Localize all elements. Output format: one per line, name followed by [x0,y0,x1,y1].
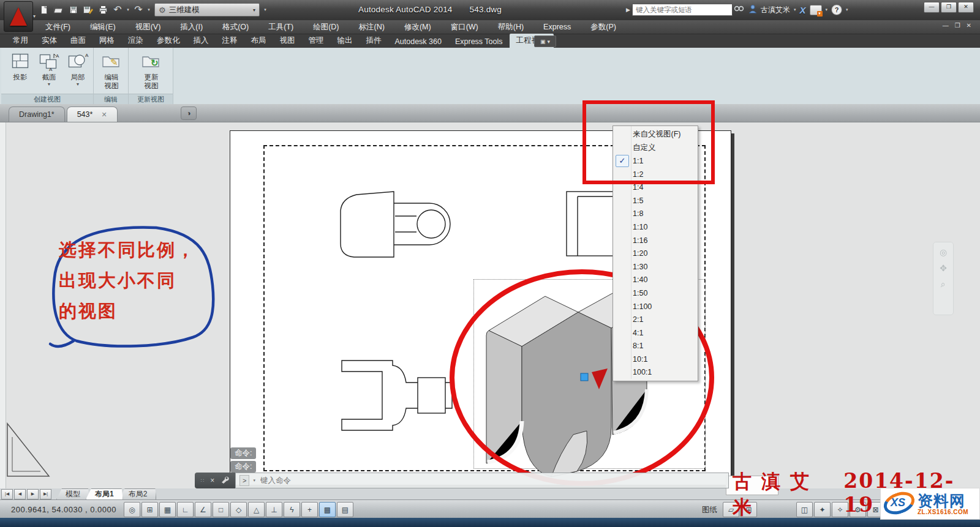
close-icon[interactable]: × [210,476,214,485]
help-icon[interactable]: ? [831,4,842,15]
transparency-icon[interactable]: ▩ [319,502,336,517]
ribbon-tab[interactable]: 渲染 [121,34,150,48]
new-file-icon[interactable] [37,3,51,17]
object-snap-icon[interactable]: □ [213,502,229,517]
layout-next-button[interactable]: ▶ [27,489,39,499]
qat-customize-icon[interactable]: ▾ [262,7,268,12]
recent-commands-icon[interactable]: ▾ [253,478,255,483]
ribbon-tab[interactable]: Autodesk 360 [388,36,448,48]
exchange-x-icon[interactable]: X [800,5,806,15]
menu-item[interactable]: 帮助(H) [488,20,533,34]
menu-item[interactable]: 标注(N) [349,20,394,34]
drawing-canvas[interactable]: 选择不同比例， 出现大小不同 的视图 ◎ ✥ ⌕ 命令: 命令: ✓ 来自父视 [0,122,980,488]
search-expand-icon[interactable]: ▶ [626,7,630,13]
layout-first-button[interactable]: |◀ [1,489,13,499]
grid-display-icon[interactable]: ▦ [159,502,176,517]
signed-in-user[interactable]: 古滇艾米 [761,5,790,15]
dynamic-input-icon[interactable]: ϟ [284,502,300,517]
command-input[interactable] [259,476,725,485]
save-icon[interactable] [66,3,81,17]
projection-view-button[interactable]: 投影 [6,50,34,94]
a360-menu-icon[interactable]: ▾ [826,7,828,12]
scale-menu-item[interactable]: ✓ 1:100 [613,300,698,313]
undo-dropdown-icon[interactable]: ▾ [125,7,131,12]
horizontal-scrollbar[interactable] [726,476,778,495]
layout-prev-button[interactable]: ◀ [14,489,26,499]
scale-menu-item[interactable]: ✓ 1:1 [613,154,698,168]
ribbon-tab[interactable]: 插入 [187,34,216,48]
doc-minimize-icon[interactable]: — [943,22,949,29]
command-bar[interactable]: ∷ × > ▾ [195,473,729,488]
redo-icon[interactable]: ↷ [131,3,146,17]
doc-restore-icon[interactable]: ❐ [955,22,960,29]
ribbon-tab[interactable]: Express Tools [448,36,510,48]
section-view-button[interactable]: AA 截面 ▼ [35,50,63,94]
scale-menu-item[interactable]: ✓ 1:4 [613,181,698,194]
3d-object-snap-icon[interactable]: ◇ [230,502,247,517]
menu-item[interactable]: Express [533,20,581,34]
drag-grip-icon[interactable]: ∷ [201,477,205,484]
application-menu-button[interactable] [4,1,33,32]
update-view-button[interactable]: ↻ 更新 视图 [137,50,165,94]
ribbon-tab[interactable]: 视图 [273,34,302,48]
scale-menu-item[interactable]: ✓ 1:8 [613,207,698,221]
navigation-wheel-icon[interactable]: ◎ [940,247,947,257]
scale-menu-item[interactable]: ✓ 来自父视图(F) [613,128,698,141]
ribbon-options-button[interactable]: ▣▾ [534,36,556,47]
workspace-switcher[interactable]: ⚙ 三维建模 ▾ [154,3,260,17]
undo-icon[interactable]: ↶ [110,3,125,17]
scale-menu-item[interactable]: ✓ 1:2 [613,168,698,181]
menu-item[interactable]: 文件(F) [36,20,80,34]
autodesk360-icon[interactable] [810,5,822,15]
scale-menu-item[interactable]: ✓ 1:10 [613,220,698,234]
menu-item[interactable]: 修改(M) [394,20,441,34]
navigation-bar[interactable]: ◎ ✥ ⌕ [933,242,954,315]
ribbon-tab[interactable]: 参数化 [150,34,187,48]
lineweight-icon[interactable]: + [301,502,318,517]
edit-view-button[interactable]: ✎ 编辑 视图 [97,50,126,94]
annotation-scale-icon[interactable]: ✦ [814,502,831,517]
scale-menu-item[interactable]: ✓ 自定义 [613,141,698,155]
chevron-down-icon[interactable]: ▼ [64,82,91,86]
chevron-down-icon[interactable]: ▾ [253,7,255,13]
scale-menu-item[interactable]: ✓ 1:30 [613,260,698,274]
redo-dropdown-icon[interactable]: ▾ [146,7,152,12]
detail-view-button[interactable]: A 局部 ▼ [64,50,92,94]
chevron-down-icon[interactable]: ▼ [36,82,62,86]
doc-close-icon[interactable]: ✕ [967,22,971,29]
scale-menu-item[interactable]: ✓ 1:40 [613,274,698,287]
ribbon-tab[interactable]: 实体 [35,34,64,48]
infer-constraints-icon[interactable]: ◎ [124,502,140,517]
plot-icon[interactable] [96,3,110,17]
application-menu-arrow-icon[interactable]: ▾ [33,13,36,19]
quick-properties-icon[interactable]: ▤ [337,502,353,517]
user-menu-icon[interactable]: ▾ [794,7,796,12]
ortho-mode-icon[interactable]: ∟ [177,502,194,517]
menu-item[interactable]: 编辑(E) [80,20,126,34]
polar-tracking-icon[interactable]: ∠ [195,502,211,517]
scale-menu-item[interactable]: ✓ 1:16 [613,234,698,247]
user-icon[interactable] [748,4,757,16]
ribbon-tab[interactable]: 注释 [216,34,244,48]
selection-preview-icon[interactable]: ◫ [796,502,813,517]
command-bar-handle[interactable]: ∷ × [195,473,235,488]
workspace-gear-icon[interactable]: ⚙ [850,502,866,517]
scale-menu-item[interactable]: ✓ 1:20 [613,247,698,260]
ribbon-tab[interactable]: 常用 [6,34,35,48]
close-tab-icon[interactable]: ✕ [101,111,107,119]
paper-model-toggle-icon[interactable]: ▱ [723,502,739,517]
search-input[interactable] [632,4,733,16]
menu-item[interactable]: 绘图(D) [303,20,349,34]
file-tab-drawing1[interactable]: Drawing1* ✕ [9,107,65,122]
minimize-button[interactable]: — [924,2,940,13]
ribbon-tab[interactable]: 管理 [302,34,331,48]
command-input-area[interactable]: > ▾ [235,473,729,488]
new-drawing-icon[interactable]: ◑ [181,107,197,120]
annotation-visibility-icon[interactable]: ✧ [832,502,848,517]
search-icon[interactable] [734,4,745,15]
dynamic-ucs-icon[interactable]: ⊥ [266,502,282,517]
scale-menu-item[interactable]: ✓ 4:1 [613,326,698,340]
pan-icon[interactable]: ✥ [940,263,947,273]
scale-menu-item[interactable]: ✓ 10:1 [613,353,698,366]
close-button[interactable]: ✕ [958,2,974,13]
